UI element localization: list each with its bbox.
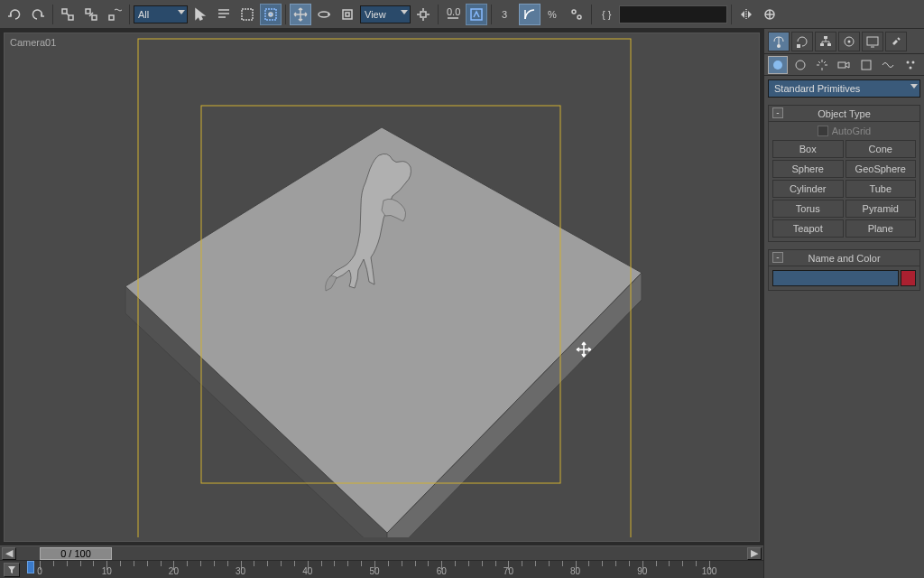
reference-coord-combo[interactable]: View bbox=[360, 5, 411, 23]
redo-button[interactable] bbox=[27, 4, 49, 25]
ruler-label: 0 bbox=[37, 566, 42, 576]
select-move-button[interactable] bbox=[290, 4, 311, 25]
systems-subtab[interactable] bbox=[901, 56, 920, 74]
autogrid-option[interactable]: AutoGrid bbox=[772, 126, 916, 136]
window-crossing-button[interactable] bbox=[260, 4, 282, 25]
box-button[interactable]: Box bbox=[772, 140, 844, 158]
rollout-header[interactable]: - Name and Color bbox=[769, 250, 919, 266]
time-prev-button[interactable]: ◀ bbox=[2, 547, 16, 560]
object-color-swatch[interactable] bbox=[901, 270, 916, 286]
geometry-subtab[interactable] bbox=[768, 56, 788, 74]
timeline: ◀ 0 / 100 ▶ 0102030405060708090100 bbox=[0, 545, 763, 578]
link-button[interactable] bbox=[57, 4, 79, 25]
mirror-button[interactable] bbox=[735, 4, 757, 25]
pivot-center-button[interactable] bbox=[412, 4, 434, 25]
command-tabs bbox=[764, 29, 924, 54]
ruler-minor-tick bbox=[669, 561, 670, 566]
ruler-label: 10 bbox=[102, 566, 112, 576]
object-name-input[interactable] bbox=[772, 270, 899, 286]
ruler-minor-tick bbox=[388, 561, 389, 566]
svg-rect-26 bbox=[797, 44, 800, 48]
bind-spacewarp-button[interactable] bbox=[104, 4, 125, 25]
geosphere-button[interactable]: GeoSphere bbox=[845, 160, 917, 178]
align-button[interactable] bbox=[759, 4, 781, 25]
tube-button[interactable]: Tube bbox=[845, 180, 917, 198]
time-position: 0 / 100 bbox=[60, 548, 91, 559]
svg-rect-1 bbox=[69, 15, 73, 20]
combo-value: View bbox=[365, 9, 386, 20]
time-slider-handle[interactable]: 0 / 100 bbox=[40, 547, 112, 560]
create-tab[interactable] bbox=[768, 32, 790, 51]
lights-subtab[interactable] bbox=[812, 56, 832, 74]
display-tab[interactable] bbox=[862, 32, 883, 51]
select-by-name-button[interactable] bbox=[213, 4, 235, 25]
autogrid-checkbox[interactable] bbox=[818, 126, 828, 136]
snap-percent-button[interactable]: % bbox=[542, 4, 564, 25]
primitive-category-combo[interactable]: Standard Primitives bbox=[768, 79, 920, 98]
ruler-label: 40 bbox=[302, 566, 312, 576]
cylinder-button[interactable]: Cylinder bbox=[772, 180, 844, 198]
keyboard-shortcut-button[interactable] bbox=[466, 4, 487, 25]
selection-filter-combo[interactable]: All bbox=[134, 5, 188, 23]
ruler-minor-tick bbox=[93, 561, 94, 566]
ruler-minor-tick bbox=[455, 561, 456, 566]
utilities-tab[interactable] bbox=[885, 32, 907, 51]
ruler-minor-tick bbox=[615, 561, 616, 566]
hierarchy-tab[interactable] bbox=[815, 32, 836, 51]
sphere-button[interactable]: Sphere bbox=[772, 160, 844, 178]
snap-2d-button[interactable]: 3 bbox=[495, 4, 517, 25]
teapot-button[interactable]: Teapot bbox=[772, 219, 844, 238]
time-marker[interactable] bbox=[27, 561, 34, 573]
ruler-minor-tick bbox=[200, 561, 201, 566]
primitive-buttons: Box Cone Sphere GeoSphere Cylinder Tube … bbox=[772, 140, 916, 238]
ruler-minor-tick bbox=[629, 561, 630, 566]
spinner-snap-button[interactable] bbox=[566, 4, 587, 25]
ruler-minor-tick bbox=[588, 561, 589, 566]
select-region-button[interactable] bbox=[236, 4, 258, 25]
cone-button[interactable]: Cone bbox=[845, 140, 917, 158]
ruler-minor-tick bbox=[415, 561, 416, 566]
time-next-button[interactable]: ▶ bbox=[747, 547, 762, 560]
viewport-camera[interactable]: Camera01 bbox=[4, 33, 760, 542]
rollout-header[interactable]: - Object Type bbox=[769, 106, 919, 122]
combo-value: All bbox=[138, 9, 149, 20]
shapes-subtab[interactable] bbox=[790, 56, 809, 74]
svg-point-37 bbox=[906, 61, 909, 63]
named-selection-button[interactable]: { } bbox=[596, 4, 617, 25]
set-key-filters-button[interactable] bbox=[4, 563, 20, 577]
plane-button[interactable]: Plane bbox=[845, 219, 917, 238]
svg-rect-32 bbox=[867, 37, 878, 45]
motion-tab[interactable] bbox=[838, 32, 860, 51]
cameras-subtab[interactable] bbox=[834, 56, 854, 74]
helpers-subtab[interactable] bbox=[856, 56, 876, 74]
ruler-minor-tick bbox=[602, 561, 603, 566]
ruler-minor-tick bbox=[214, 561, 215, 566]
undo-button[interactable] bbox=[4, 4, 25, 25]
svg-point-33 bbox=[773, 61, 782, 70]
name-and-color-rollout: - Name and Color bbox=[768, 249, 920, 291]
ruler-label: 50 bbox=[369, 566, 379, 576]
svg-rect-11 bbox=[420, 12, 426, 17]
scene-3d bbox=[5, 33, 759, 537]
svg-text:0.00: 0.00 bbox=[447, 7, 460, 17]
time-slider-track[interactable]: ◀ 0 / 100 ▶ bbox=[0, 546, 763, 561]
select-scale-button[interactable] bbox=[337, 4, 358, 25]
svg-rect-36 bbox=[862, 61, 871, 70]
named-selection-input[interactable] bbox=[619, 5, 727, 23]
collapse-icon: - bbox=[772, 252, 783, 263]
time-ruler[interactable]: 0102030405060708090100 bbox=[0, 561, 763, 578]
svg-rect-28 bbox=[820, 43, 824, 46]
snap-angle-button[interactable] bbox=[519, 4, 541, 25]
torus-button[interactable]: Torus bbox=[772, 200, 844, 218]
ruler-minor-tick bbox=[134, 561, 134, 566]
unlink-button[interactable] bbox=[80, 4, 102, 25]
modify-tab[interactable] bbox=[791, 32, 813, 51]
pyramid-button[interactable]: Pyramid bbox=[845, 200, 917, 218]
select-object-button[interactable] bbox=[189, 4, 211, 25]
ruler-minor-tick bbox=[147, 561, 148, 566]
ruler-minor-tick bbox=[67, 561, 68, 566]
select-rotate-button[interactable] bbox=[313, 4, 335, 25]
spacewarps-subtab[interactable] bbox=[878, 56, 898, 74]
svg-rect-5 bbox=[242, 9, 253, 20]
manipulate-button[interactable]: 0.00 bbox=[442, 4, 464, 25]
